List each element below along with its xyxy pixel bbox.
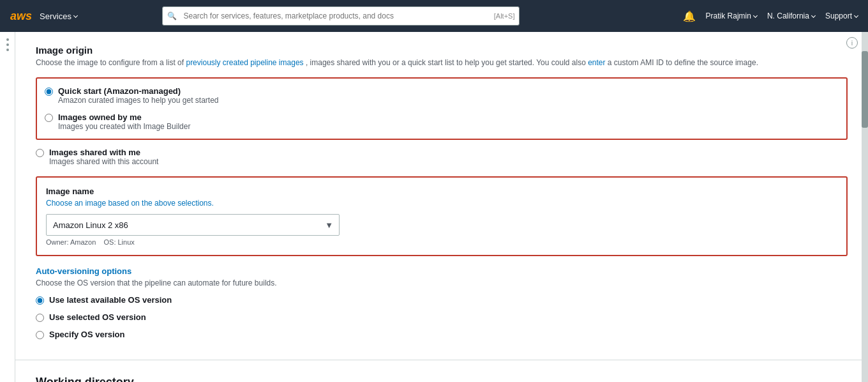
image-name-section: Image name Choose an image based on the … — [36, 176, 848, 256]
radio-quick-start: Quick start (Amazon-managed) Amazon cura… — [45, 86, 839, 105]
desc-start: Choose the image to configure from a lis… — [36, 58, 186, 67]
aws-logo[interactable]: aws — [10, 10, 32, 23]
radio-selected-os-input[interactable] — [36, 314, 44, 322]
working-directory-title: Working directory — [36, 376, 848, 382]
sidebar-dot — [6, 43, 9, 46]
region-chevron-icon — [811, 13, 816, 17]
radio-quick-start-desc: Amazon curated images to help you get st… — [58, 96, 218, 105]
nav-right: 🔔 Pratik Rajmin N. California Support — [683, 10, 858, 22]
working-directory-section: Working directory The working directory … — [15, 360, 868, 382]
region-menu[interactable]: N. California — [767, 11, 815, 20]
user-menu[interactable]: Pratik Rajmin — [706, 11, 757, 20]
support-menu[interactable]: Support — [825, 11, 858, 20]
region-label: N. California — [767, 11, 809, 20]
radio-images-owned-content: Images owned by me Images you created wi… — [58, 112, 190, 131]
radio-quick-start-input[interactable] — [45, 88, 53, 96]
radio-images-owned-desc: Images you created with Image Builder — [58, 122, 190, 131]
search-bar: 🔍 [Alt+S] — [162, 6, 520, 26]
search-icon: 🔍 — [167, 11, 177, 20]
auto-versioning-section: Auto-versioning options Choose the OS ve… — [36, 266, 848, 339]
radio-images-shared-input[interactable] — [36, 149, 44, 157]
top-navigation: aws Services 🔍 [Alt+S] 🔔 Pratik Rajmin N… — [0, 0, 868, 32]
image-origin-red-box: Quick start (Amazon-managed) Amazon cura… — [36, 77, 848, 140]
services-label: Services — [40, 11, 71, 21]
image-name-title: Image name — [46, 187, 837, 196]
aws-logo-text: aws — [10, 10, 32, 23]
radio-quick-start-content: Quick start (Amazon-managed) Amazon cura… — [58, 86, 218, 105]
user-chevron-icon — [753, 13, 758, 17]
image-origin-title: Image origin — [36, 45, 848, 56]
services-menu[interactable]: Services — [40, 11, 77, 21]
scrollbar-track — [862, 32, 868, 382]
image-os-meta: OS: Linux — [104, 238, 135, 246]
desc-link-pipeline[interactable]: previously created pipeline images — [186, 58, 303, 67]
main-content: Image origin Choose the image to configu… — [15, 32, 868, 382]
radio-specify-os-input[interactable] — [36, 331, 44, 339]
search-input[interactable] — [162, 6, 520, 26]
image-origin-description: Choose the image to configure from a lis… — [36, 58, 848, 67]
radio-images-shared-content: Images shared with me Images shared with… — [49, 148, 158, 166]
scrollbar-thumb[interactable] — [862, 51, 868, 128]
image-name-meta: Owner: Amazon OS: Linux — [46, 238, 837, 246]
info-icon[interactable]: i — [846, 37, 858, 49]
support-label: Support — [825, 11, 852, 20]
radio-specify-os-label: Specify OS version — [49, 330, 125, 339]
radio-images-shared-desc: Images shared with this account — [49, 157, 158, 166]
radio-latest-os-input[interactable] — [36, 296, 44, 305]
services-chevron-icon — [73, 13, 78, 17]
radio-images-shared-label: Images shared with me — [49, 148, 158, 157]
radio-images-owned: Images owned by me Images you created wi… — [45, 112, 839, 131]
image-name-desc: Choose an image based on the above selec… — [46, 199, 837, 208]
sidebar-dot — [6, 49, 9, 51]
radio-quick-start-label: Quick start (Amazon-managed) — [58, 86, 218, 96]
user-label: Pratik Rajmin — [706, 11, 751, 20]
auto-versioning-desc: Choose the OS version that the pipeline … — [36, 279, 848, 287]
radio-latest-os-label: Use latest available OS version — [49, 295, 172, 305]
image-origin-section: Image origin Choose the image to configu… — [15, 32, 868, 360]
support-chevron-icon — [854, 13, 858, 17]
radio-selected-os-label: Use selected OS version — [49, 312, 146, 322]
radio-images-shared: Images shared with me Images shared with… — [36, 148, 848, 166]
desc-link-enter[interactable]: enter — [588, 58, 605, 67]
radio-specify-os: Specify OS version — [36, 330, 848, 339]
desc-mid: , images shared with you or a quick star… — [306, 58, 588, 67]
image-name-dropdown-wrap: Amazon Linux 2 x86 ▼ — [46, 214, 340, 236]
radio-latest-os: Use latest available OS version — [36, 295, 848, 305]
radio-images-owned-label: Images owned by me — [58, 112, 190, 122]
sidebar-dot — [6, 38, 9, 41]
search-shortcut: [Alt+S] — [494, 12, 515, 20]
radio-selected-os: Use selected OS version — [36, 312, 848, 322]
content-area: Image origin Choose the image to configu… — [15, 32, 868, 382]
image-name-dropdown[interactable]: Amazon Linux 2 x86 — [46, 214, 340, 236]
sidebar — [0, 32, 15, 382]
desc-end: a custom AMI ID to define the source ima… — [608, 58, 758, 67]
notifications-bell-icon[interactable]: 🔔 — [683, 10, 696, 22]
image-owner-meta: Owner: Amazon — [46, 238, 96, 246]
radio-images-owned-input[interactable] — [45, 114, 53, 122]
auto-versioning-title: Auto-versioning options — [36, 266, 848, 276]
